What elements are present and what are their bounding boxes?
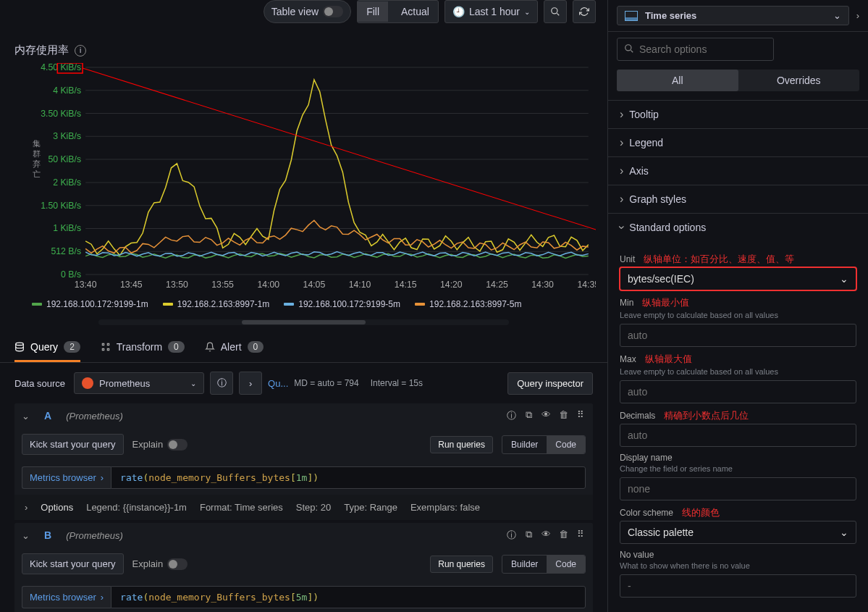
legend-option: Legend: {{instance}}-1m <box>86 502 187 513</box>
svg-text:512 B/s: 512 B/s <box>51 246 82 256</box>
fill-actual-segment[interactable]: Fill Actual <box>357 0 439 23</box>
svg-text:13:55: 13:55 <box>211 280 234 290</box>
all-overrides-segment[interactable]: All Overrides <box>617 70 859 91</box>
copy-icon[interactable]: ⧉ <box>523 409 534 422</box>
info-icon[interactable]: ⓘ <box>506 409 516 422</box>
chevron-right-icon[interactable]: › <box>856 10 859 21</box>
info-icon[interactable]: ⓘ <box>506 529 516 542</box>
svg-text:13:45: 13:45 <box>120 280 143 290</box>
zoom-out-button[interactable] <box>544 0 567 23</box>
chevron-right-icon <box>620 136 623 149</box>
svg-text:13:50: 13:50 <box>166 280 188 290</box>
svg-text:14:20: 14:20 <box>440 280 463 290</box>
legend-label: 192.168.100.172:9199-1m <box>46 299 148 309</box>
actual-option[interactable]: Actual <box>392 1 438 22</box>
chevron-down-icon[interactable]: ⌄ <box>22 411 30 422</box>
section-tooltip[interactable]: Tooltip <box>608 100 868 128</box>
tab-transform[interactable]: Transform 0 <box>101 332 185 362</box>
time-range-picker[interactable]: 🕘 Last 1 hour ⌄ <box>444 0 538 23</box>
explain-toggle[interactable]: Explain <box>132 439 188 450</box>
clock-icon: 🕘 <box>452 6 465 17</box>
eye-icon[interactable]: 👁 <box>541 529 551 542</box>
visualization-picker[interactable]: Time series ⌄ <box>617 6 849 25</box>
refresh-icon <box>579 7 589 17</box>
tab-query[interactable]: Query 2 <box>14 332 80 362</box>
trash-icon[interactable]: 🗑 <box>558 529 568 542</box>
legend-item[interactable]: 192.168.100.172:9199-1m <box>32 299 148 309</box>
svg-text:3 KiB/s: 3 KiB/s <box>53 131 81 141</box>
overrides-option[interactable]: Overrides <box>738 70 860 91</box>
legend-label: 192.168.2.163:8997-5m <box>429 299 521 309</box>
query-options-chevron[interactable]: › <box>239 372 262 395</box>
copy-icon[interactable]: ⧉ <box>523 529 534 542</box>
refresh-button[interactable] <box>573 0 596 23</box>
table-view-toggle[interactable]: Table view <box>264 0 351 23</box>
fill-option[interactable]: Fill <box>358 1 388 22</box>
datasource-select[interactable]: Prometheus ⌄ <box>74 372 204 394</box>
info-icon[interactable]: i <box>75 45 86 56</box>
info-icon: ⓘ <box>217 377 227 390</box>
query-code-input[interactable]: rate(node_memory_Buffers_bytes[1m]) <box>111 466 586 489</box>
display-name-description: Change the field or series name <box>620 464 856 473</box>
max-description: Leave empty to calculate based on all va… <box>620 367 856 376</box>
kick-start-button[interactable]: Kick start your query <box>22 434 124 455</box>
drag-handle-icon[interactable]: ⠿ <box>576 409 586 422</box>
chevron-down-icon[interactable]: ⌄ <box>22 530 30 541</box>
section-axis[interactable]: Axis <box>608 156 868 185</box>
editor-tabs: Query 2 Transform 0 Alert 0 <box>0 332 607 363</box>
metrics-browser-button[interactable]: Metrics browser › <box>22 466 111 489</box>
annotation-text: 纵轴单位：如百分比、速度、值、等 <box>644 253 794 266</box>
svg-text:4 KiB/s: 4 KiB/s <box>53 85 81 96</box>
drag-handle-icon[interactable]: ⠿ <box>576 529 586 542</box>
explain-toggle[interactable]: Explain <box>132 558 188 570</box>
search-input[interactable] <box>617 38 774 61</box>
svg-text:4.50 KiB/s: 4.50 KiB/s <box>41 63 81 72</box>
no-value-input[interactable] <box>620 574 856 598</box>
section-legend[interactable]: Legend <box>608 128 868 156</box>
legend-label: 192.168.100.172:9199-5m <box>298 299 400 309</box>
legend-item[interactable]: 192.168.100.172:9199-5m <box>284 299 400 309</box>
query-options-row[interactable]: › Options Legend: {{instance}}-1m Format… <box>14 495 593 520</box>
legend-swatch <box>32 303 42 306</box>
query-inspector-button[interactable]: Query inspector <box>507 372 593 395</box>
max-input[interactable] <box>620 380 856 403</box>
color-scheme-select[interactable]: Classic palette ⌄ <box>620 521 856 544</box>
section-graph-styles[interactable]: Graph styles <box>608 185 868 213</box>
legend-label: 192.168.2.163:8997-1m <box>177 299 269 309</box>
svg-text:弃: 弃 <box>33 159 41 168</box>
query-options-link[interactable]: Qu... <box>268 378 288 389</box>
visualization-picker-row: Time series ⌄ › <box>608 0 868 32</box>
all-option[interactable]: All <box>617 70 738 91</box>
chevron-right-icon <box>620 193 623 206</box>
metrics-browser-button[interactable]: Metrics browser › <box>22 586 111 608</box>
code-option[interactable]: Code <box>547 436 585 453</box>
decimals-input[interactable] <box>620 424 856 447</box>
horizontal-scrollbar[interactable] <box>98 319 509 325</box>
run-queries-button[interactable]: Run queries <box>430 556 493 573</box>
section-standard-options[interactable]: Standard options <box>608 213 868 241</box>
run-queries-button[interactable]: Run queries <box>430 436 493 453</box>
chevron-right-icon <box>620 108 623 121</box>
query-code-input[interactable]: rate(node_memory_Buffers_bytes[5m]) <box>111 586 586 608</box>
tab-alert[interactable]: Alert 0 <box>205 332 264 362</box>
builder-option[interactable]: Builder <box>502 436 547 453</box>
builder-code-segment[interactable]: Builder Code <box>502 435 586 454</box>
svg-text:亡: 亡 <box>33 169 41 178</box>
legend-item[interactable]: 192.168.2.163:8997-5m <box>415 299 521 309</box>
code-option[interactable]: Code <box>547 556 585 573</box>
legend-item[interactable]: 192.168.2.163:8997-1m <box>163 299 269 309</box>
query-source-label: (Prometheus) <box>66 530 123 541</box>
kick-start-button[interactable]: Kick start your query <box>22 553 124 574</box>
display-name-input[interactable] <box>620 477 856 500</box>
trash-icon[interactable]: 🗑 <box>558 409 568 422</box>
builder-code-segment[interactable]: Builder Code <box>502 555 586 574</box>
eye-icon[interactable]: 👁 <box>541 409 551 422</box>
datasource-help-button[interactable]: ⓘ <box>210 372 233 395</box>
chevron-down-icon: ⌄ <box>840 273 848 285</box>
unit-select[interactable]: bytes/sec(IEC) ⌄ <box>620 267 856 290</box>
transform-count-badge: 0 <box>168 341 185 353</box>
min-input[interactable] <box>620 324 856 347</box>
query-block-b: ⌄ B (Prometheus) ⓘ ⧉ 👁 🗑 ⠿ Kick start yo… <box>14 523 593 612</box>
builder-option[interactable]: Builder <box>502 556 547 573</box>
format-option: Format: Time series <box>200 502 283 513</box>
